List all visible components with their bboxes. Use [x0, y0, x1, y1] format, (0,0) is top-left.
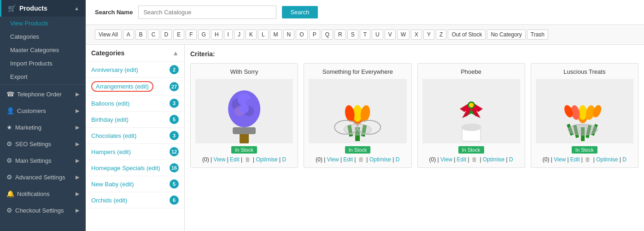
- product-edit-link[interactable]: Edit: [457, 156, 467, 163]
- product-edit-link[interactable]: Edit: [343, 156, 353, 163]
- alpha-btn-w[interactable]: W: [397, 30, 410, 40]
- product-optimise-link[interactable]: Optimise: [483, 156, 504, 163]
- product-d-link[interactable]: D: [622, 156, 626, 163]
- product-edit-link[interactable]: Edit: [570, 156, 580, 163]
- sidebar-item-export[interactable]: Export: [0, 70, 86, 83]
- sidebar-section-seo-settings[interactable]: ⚙SEO Settings▶: [0, 136, 86, 152]
- product-edit-link[interactable]: Edit: [230, 156, 240, 163]
- sidebar-item-import-products[interactable]: Import Products: [0, 57, 86, 70]
- product-optimise-link[interactable]: Optimise: [596, 156, 618, 163]
- alpha-btn-trash[interactable]: Trash: [527, 30, 548, 40]
- category-item[interactable]: Orchids (edit)6: [86, 192, 184, 208]
- criteria-label: Criteria:: [190, 50, 638, 58]
- alpha-btn-b[interactable]: B: [135, 30, 146, 40]
- alpha-btn-f[interactable]: F: [186, 30, 196, 40]
- product-actions: (0) | View | Edit | 🗑 | Optimise | D: [309, 156, 406, 163]
- search-button[interactable]: Search: [282, 6, 317, 18]
- alpha-btn-l[interactable]: L: [258, 30, 269, 40]
- sidebar-section-notifications[interactable]: 🔔Notifications▶: [0, 185, 86, 202]
- category-item[interactable]: Hampers (edit)12: [86, 144, 184, 160]
- product-view-link[interactable]: View: [554, 156, 566, 163]
- category-link[interactable]: Hampers (edit): [91, 148, 131, 155]
- category-link[interactable]: New Baby (edit): [91, 181, 134, 188]
- categories-list: Anniversary (edit)2Arrangements (edit)27…: [86, 62, 184, 208]
- sidebar-item-categories[interactable]: Categories: [0, 30, 86, 43]
- sidebar-section-advanced-settings[interactable]: ⚙Advanced Settings▶: [0, 169, 86, 185]
- category-link[interactable]: Chocolates (edit): [91, 132, 136, 139]
- alpha-btn-t[interactable]: T: [360, 30, 370, 40]
- alpha-btn-g[interactable]: G: [198, 30, 210, 40]
- product-card: Phoebe In Stock (0) | View | Edit | 🗑 | …: [417, 63, 525, 168]
- sidebar-section-customers[interactable]: 👤Customers▶: [0, 102, 86, 119]
- product-trash-icon[interactable]: 🗑: [472, 156, 477, 163]
- product-trash-icon[interactable]: 🗑: [245, 156, 251, 163]
- sidebar-products-label: Products: [19, 5, 47, 12]
- category-item[interactable]: Birthday (edit)5: [86, 112, 184, 128]
- category-item[interactable]: Arrangements (edit)27: [86, 78, 184, 95]
- alpha-btn-o[interactable]: O: [296, 30, 307, 40]
- category-badge: 5: [170, 115, 179, 124]
- alpha-btn-r[interactable]: R: [334, 30, 346, 40]
- category-item[interactable]: Chocolates (edit)3: [86, 128, 184, 144]
- alpha-btn-out-of-stock[interactable]: Out of Stock: [448, 30, 486, 40]
- alpha-btn-v[interactable]: V: [385, 30, 396, 40]
- category-link[interactable]: Arrangements (edit): [96, 83, 149, 90]
- alpha-btn-u[interactable]: U: [372, 30, 383, 40]
- content-area: Categories ▲ Anniversary (edit)2Arrangem…: [86, 45, 644, 231]
- alpha-btn-m[interactable]: M: [270, 30, 282, 40]
- alpha-btn-a[interactable]: A: [123, 30, 134, 40]
- alpha-btn-n[interactable]: N: [283, 30, 295, 40]
- alpha-btn-q[interactable]: Q: [322, 30, 333, 40]
- category-item[interactable]: Homepage Specials (edit)16: [86, 160, 184, 176]
- product-trash-icon[interactable]: 🗑: [585, 156, 591, 163]
- product-view-link[interactable]: View: [327, 156, 339, 163]
- sidebar-section-telephone-order[interactable]: ☎Telephone Order▶: [0, 86, 86, 102]
- category-link[interactable]: Anniversary (edit): [91, 66, 138, 73]
- product-trash-icon[interactable]: 🗑: [358, 156, 364, 163]
- sidebar-products-header[interactable]: 🛒 Products ▲: [0, 0, 86, 17]
- telephone-order-icon: ☎: [6, 90, 14, 98]
- sidebar-section-main-settings[interactable]: ⚙Main Settings▶: [0, 152, 86, 169]
- sidebar-item-view-products[interactable]: View Products: [0, 17, 86, 30]
- alpha-btn-z[interactable]: Z: [436, 30, 446, 40]
- products-panel: Criteria: With Sorry In Stock (0) | View…: [185, 45, 644, 231]
- alpha-btn-no-category[interactable]: No Category: [487, 30, 525, 40]
- sidebar-item-master-categories[interactable]: Master Categories: [0, 43, 86, 57]
- product-view-link[interactable]: View: [214, 156, 226, 163]
- product-d-link[interactable]: D: [396, 156, 400, 163]
- alpha-btn-p[interactable]: P: [309, 30, 320, 40]
- category-badge: 3: [170, 99, 179, 108]
- category-link[interactable]: Orchids (edit): [91, 197, 127, 204]
- main-settings-label: Main Settings: [15, 157, 52, 164]
- alpha-btn-x[interactable]: X: [411, 30, 422, 40]
- category-item[interactable]: New Baby (edit)5: [86, 176, 184, 192]
- category-link[interactable]: Balloons (edit): [91, 100, 129, 107]
- alpha-btn-s[interactable]: S: [347, 30, 358, 40]
- product-d-link[interactable]: D: [282, 156, 287, 163]
- category-item[interactable]: Anniversary (edit)2: [86, 62, 184, 78]
- product-image: [536, 79, 633, 143]
- category-item[interactable]: Balloons (edit)3: [86, 95, 184, 112]
- telephone-order-label: Telephone Order: [17, 91, 62, 98]
- product-optimise-link[interactable]: Optimise: [369, 156, 391, 163]
- search-input[interactable]: [138, 6, 276, 19]
- product-view-link[interactable]: View: [440, 156, 452, 163]
- category-link[interactable]: Homepage Specials (edit): [91, 165, 160, 172]
- product-optimise-link[interactable]: Optimise: [256, 156, 277, 163]
- alpha-btn-view-all[interactable]: View All: [95, 30, 122, 40]
- alpha-btn-j[interactable]: J: [234, 30, 244, 40]
- products-chevron-icon: ▲: [74, 6, 79, 11]
- alpha-btn-i[interactable]: I: [224, 30, 233, 40]
- alpha-btn-c[interactable]: C: [148, 30, 159, 40]
- alpha-btn-y[interactable]: Y: [423, 30, 434, 40]
- alpha-btn-e[interactable]: E: [173, 30, 184, 40]
- alpha-btn-k[interactable]: K: [246, 30, 257, 40]
- sidebar-section-checkout-settings[interactable]: ⚙Checkout Settings▶: [0, 202, 86, 219]
- product-d-link[interactable]: D: [509, 156, 513, 163]
- categories-collapse-icon[interactable]: ▲: [172, 49, 179, 57]
- category-link[interactable]: Birthday (edit): [91, 116, 129, 123]
- alpha-btn-d[interactable]: D: [161, 30, 172, 40]
- alpha-btn-h[interactable]: H: [211, 30, 222, 40]
- sidebar-section-marketing[interactable]: ★Marketing▶: [0, 119, 86, 136]
- category-badge: 27: [170, 82, 179, 91]
